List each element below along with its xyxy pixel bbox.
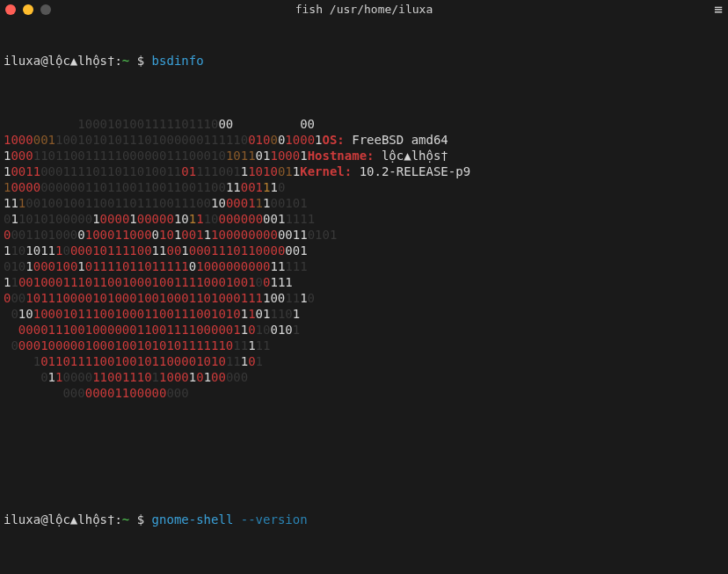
banner-line: 0110101000001000010000010111000000000111…: [4, 211, 724, 227]
banner-line: 0001101000010001100001010011100000000001…: [4, 227, 724, 243]
terminal-area[interactable]: iluxa@lộc▲lhộs†:~ $ bsdinfo 100010100111…: [0, 19, 728, 574]
window-title: fish /usr/home/iluxa: [0, 2, 728, 18]
bsdinfo-banner: 100010100111110111000 001000001100101010…: [4, 116, 724, 401]
command-bsdinfo: bsdinfo: [152, 54, 204, 68]
banner-line: 10000000000110110011001100110011001110: [4, 179, 724, 195]
info-label: Hostname:: [308, 149, 382, 163]
banner-line: 0001011100001010001001000110100011110011…: [4, 290, 724, 306]
info-value: 10.2-RELEASE-p9: [360, 164, 470, 178]
prompt-line-1: iluxa@lộc▲lhộs†:~ $ bsdinfo: [4, 53, 724, 69]
banner-line: 1110010010011001101110011100100001110010…: [4, 195, 724, 211]
banner-line: 1001100011110110110100110111100111010011…: [4, 163, 724, 179]
banner-line: 110010001110110010001001111000100100111: [4, 274, 724, 290]
banner-line: 100010100111110111000 00: [4, 116, 724, 132]
minimize-icon[interactable]: [23, 4, 33, 15]
banner-line: 00001110010000001100111100000110100101: [4, 322, 724, 338]
info-label: OS:: [323, 133, 353, 147]
command-arg-version: --version: [233, 512, 307, 527]
info-value: lộc▲lhộs†: [382, 149, 448, 163]
close-icon[interactable]: [5, 4, 16, 15]
banner-line: 1000001100101010111010000001111100100010…: [4, 132, 724, 148]
prompt-dollar: $: [129, 54, 151, 68]
maximize-icon[interactable]: [40, 4, 51, 15]
window-controls: [5, 4, 51, 15]
info-label: Kernel:: [300, 164, 359, 178]
window-titlebar: fish /usr/home/iluxa ≡: [0, 0, 728, 19]
banner-line: 0101000100101111011011111010000000001111…: [4, 258, 724, 274]
banner-line: 1101011100001011110011001000111011000000…: [4, 243, 724, 258]
banner-line: 010100010111001000110011100101011011101: [4, 306, 724, 322]
hamburger-icon[interactable]: ≡: [714, 3, 723, 17]
command-gnome-shell: gnome-shell: [152, 512, 234, 527]
banner-line: 0110000110011101100010100000: [4, 369, 724, 385]
blank-line: [4, 448, 724, 464]
banner-line: 00000001100000000: [4, 385, 724, 401]
banner-line: 00001000001000100101010111111011111: [4, 338, 724, 353]
banner-line: 1011011110010010110000101011101: [4, 353, 724, 369]
info-value: FreeBSD amd64: [352, 133, 448, 147]
prompt-line-2: iluxa@lộc▲lhộs†:~ $ gnome-shell --versio…: [4, 512, 724, 527]
prompt-user: iluxa@lộc▲lhộs†:: [4, 54, 122, 68]
banner-line: 1000110110011111000000111000101011011000…: [4, 148, 724, 163]
